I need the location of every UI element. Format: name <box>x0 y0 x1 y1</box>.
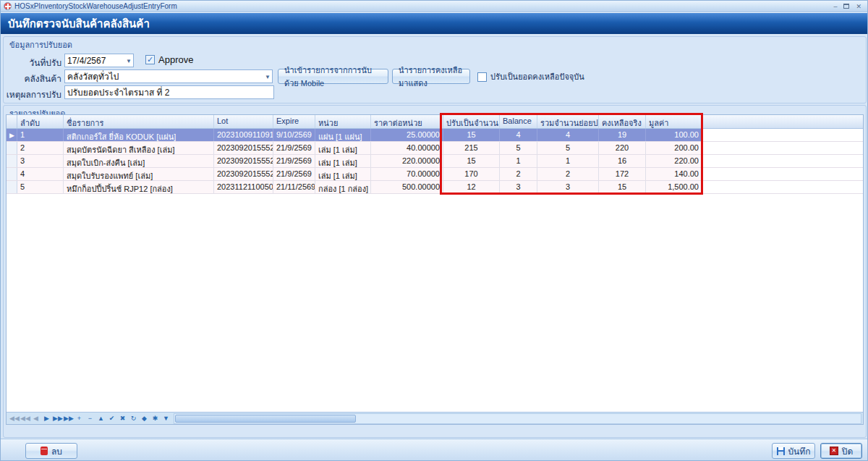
table-row[interactable]: 2สมุดบัตรนัดฉีดยา สีเหลือง [เล่ม]2023092… <box>7 142 863 155</box>
current-balance-checkbox-box[interactable] <box>477 72 487 82</box>
column-header[interactable]: รวมจำนวนย่อยปรับ <box>537 115 599 128</box>
nav-first-icon[interactable]: ◀◀ <box>9 415 19 422</box>
table-cell[interactable]: 21/9/2569 <box>273 168 315 180</box>
column-header[interactable]: ปรับเป็นจำนวน <box>443 115 500 128</box>
table-cell[interactable]: 1,500.00 <box>646 181 702 193</box>
maximize-button[interactable] <box>843 3 849 10</box>
table-cell[interactable]: 5 <box>500 142 537 154</box>
table-cell[interactable]: 4 <box>500 129 537 141</box>
table-row[interactable]: 3สมุดใบเบิก-ส่งคืน [เล่ม]202309201555262… <box>7 155 863 168</box>
delete-button[interactable]: ลบ <box>25 443 77 459</box>
table-cell[interactable]: สมุดใบรับรองแพทย์ [เล่ม] <box>64 168 214 180</box>
table-cell[interactable]: 2 <box>537 168 599 180</box>
table-cell[interactable]: 12 <box>443 181 500 193</box>
table-cell[interactable]: 3 <box>537 181 599 193</box>
nav-prior-page-icon[interactable]: ◀◀ <box>20 415 30 422</box>
table-cell[interactable]: เล่ม [1 เล่ม] <box>315 142 371 154</box>
table-cell[interactable]: 20230920155526 <box>214 155 273 167</box>
show-balance-button[interactable]: นำรายการคงเหลือมาแสดง <box>392 69 470 84</box>
table-row[interactable]: 4สมุดใบรับรองแพทย์ [เล่ม]202309201555282… <box>7 168 863 181</box>
nav-prior-icon[interactable]: ◀ <box>31 415 41 422</box>
table-cell[interactable]: 15 <box>443 155 500 167</box>
table-cell[interactable]: 15 <box>443 129 500 141</box>
table-cell[interactable]: เล่ม [1 เล่ม] <box>315 168 371 180</box>
nav-delete-icon[interactable]: − <box>85 415 95 422</box>
table-cell[interactable]: 2 <box>500 168 537 180</box>
column-header[interactable]: Expire <box>273 115 315 128</box>
save-button[interactable]: บันทึก <box>772 443 815 459</box>
table-cell[interactable]: 500.00000 <box>371 181 443 193</box>
column-header[interactable]: Lot <box>214 115 273 128</box>
close-form-button[interactable]: ✕ ปิด <box>820 443 862 459</box>
warehouse-combobox[interactable]: คลังวัสดุทั่วไป ▼ <box>64 69 273 83</box>
table-cell[interactable]: กล่อง [1 กล่อง] <box>315 181 371 193</box>
table-cell[interactable]: 3 <box>17 155 64 167</box>
date-dropdown-icon[interactable]: ▼ <box>126 58 132 64</box>
nav-last-icon[interactable]: ▶▶ <box>64 415 73 422</box>
table-cell[interactable]: 170 <box>443 168 500 180</box>
table-cell[interactable]: 21/11/2569 <box>273 181 315 193</box>
table-cell[interactable]: 220.00 <box>646 155 702 167</box>
table-cell[interactable]: 70.00000 <box>371 168 443 180</box>
close-button[interactable]: ✕ <box>856 3 861 10</box>
table-cell[interactable]: 215 <box>443 142 500 154</box>
table-cell[interactable]: 21/9/2569 <box>273 155 315 167</box>
minimize-button[interactable]: – <box>833 3 837 10</box>
table-cell[interactable]: 20230920155528 <box>214 168 273 180</box>
nav-insert-icon[interactable]: + <box>75 415 84 422</box>
table-cell[interactable]: 20231121100503 <box>214 181 273 193</box>
current-balance-checkbox[interactable]: ปรับเป็นยอดคงเหลือปัจจุบัน <box>477 70 584 83</box>
table-row[interactable]: 5หมึกก็อปปี้ปริ้นช์ RJP12 [กล่อง]2023112… <box>7 181 863 194</box>
table-cell[interactable]: 100.00 <box>646 129 702 141</box>
table-cell[interactable]: 4 <box>17 168 64 180</box>
nav-bookmark-icon[interactable]: ◆ <box>140 415 149 422</box>
table-cell[interactable]: 25.00000 <box>371 129 443 141</box>
nav-goto-bookmark-icon[interactable]: ✱ <box>150 415 160 422</box>
nav-cancel-icon[interactable]: ✖ <box>118 415 127 422</box>
table-cell[interactable]: 15 <box>599 181 646 193</box>
table-cell[interactable]: 140.00 <box>646 168 702 180</box>
table-cell[interactable]: 2 <box>17 142 64 154</box>
table-cell[interactable]: สมุดบัตรนัดฉีดยา สีเหลือง [เล่ม] <box>64 142 214 154</box>
import-mobile-button[interactable]: นำเข้ารายการจากการนับด้วย Mobile <box>278 69 388 84</box>
nav-filter-icon[interactable]: ▼ <box>161 415 171 422</box>
adjust-date-input[interactable]: 17/4/2567 ▼ <box>64 54 134 67</box>
column-header[interactable]: ชื่อรายการ <box>64 115 214 128</box>
table-cell[interactable]: 3 <box>500 181 537 193</box>
table-cell[interactable]: 20231009110917 <box>214 129 273 141</box>
table-cell[interactable]: 4 <box>537 129 599 141</box>
table-cell[interactable]: 16 <box>599 155 646 167</box>
table-cell[interactable]: 172 <box>599 168 646 180</box>
table-cell[interactable]: 220.00000 <box>371 155 443 167</box>
table-cell[interactable]: 1 <box>500 155 537 167</box>
column-header[interactable]: Balance <box>500 115 537 128</box>
table-cell[interactable]: 40.00000 <box>371 142 443 154</box>
column-header[interactable]: ลำดับ <box>17 115 64 128</box>
table-cell[interactable]: 5 <box>537 142 599 154</box>
column-header[interactable]: ราคาต่อหน่วย <box>371 115 443 128</box>
table-cell[interactable]: 5 <box>17 181 64 193</box>
nav-next-icon[interactable]: ▶ <box>42 415 51 422</box>
approve-checkbox[interactable]: ✓ Approve <box>145 54 193 65</box>
reason-input[interactable]: ปรับยอดประจำไตรมาส ที่ 2 <box>64 85 274 99</box>
table-cell[interactable]: 220 <box>599 142 646 154</box>
table-row[interactable]: ▶1สติกเกอร์ใส ยี่ห้อ KODUK [แผ่น]2023100… <box>7 129 863 142</box>
table-cell[interactable]: เล่ม [1 เล่ม] <box>315 155 371 167</box>
nav-next-page-icon[interactable]: ▶▶ <box>53 415 62 422</box>
table-cell[interactable]: 9/10/2569 <box>273 129 315 141</box>
horizontal-scrollbar[interactable] <box>174 413 861 424</box>
table-cell[interactable]: 19 <box>599 129 646 141</box>
table-cell[interactable]: 1 <box>537 155 599 167</box>
nav-post-icon[interactable]: ✔ <box>107 415 116 422</box>
nav-refresh-icon[interactable]: ↻ <box>129 415 138 422</box>
approve-checkbox-box[interactable]: ✓ <box>145 55 155 64</box>
table-cell[interactable]: 1 <box>17 129 64 141</box>
column-header[interactable]: คงเหลือจริง <box>599 115 646 128</box>
nav-edit-icon[interactable]: ▲ <box>96 415 106 422</box>
table-cell[interactable]: สมุดใบเบิก-ส่งคืน [เล่ม] <box>64 155 214 167</box>
table-cell[interactable]: 21/9/2569 <box>273 142 315 154</box>
table-cell[interactable]: 200.00 <box>646 142 702 154</box>
warehouse-dropdown-icon[interactable]: ▼ <box>265 74 271 80</box>
table-cell[interactable]: 20230920155523 <box>214 142 273 154</box>
column-header[interactable]: มูลค่า <box>646 115 702 128</box>
